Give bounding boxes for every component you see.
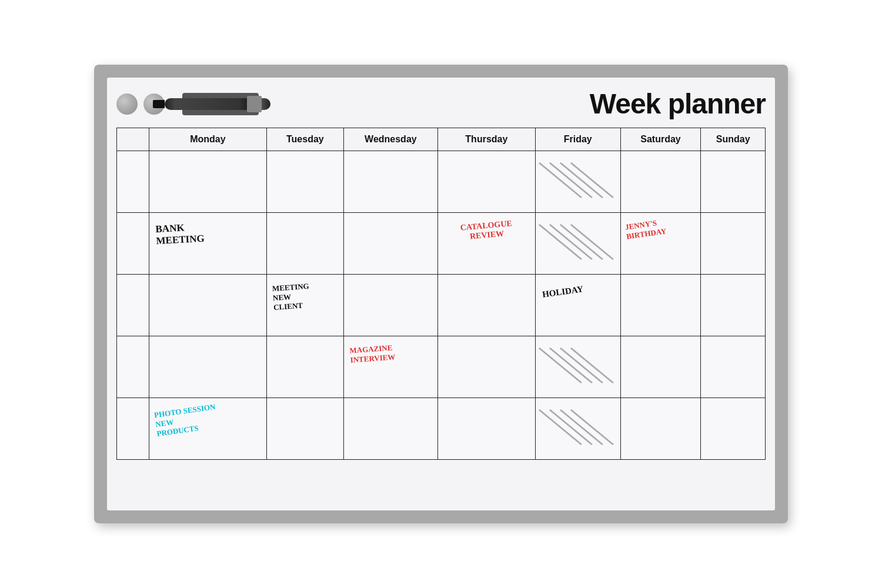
header-row: Monday Tuesday Wednesday Thursday Friday… [117, 128, 766, 151]
marker-holder: dry erase marker [182, 93, 259, 115]
table-row: BANKMEETING CATALOGUEREVIEW [117, 213, 766, 275]
marker-body [165, 98, 270, 110]
cell-r2-tue [266, 213, 343, 275]
hash-marks-r2-fri [536, 213, 620, 274]
cell-r5-mon: PHOTO SESSIONNEWPRODUCTS [149, 398, 267, 460]
corner-cell [117, 128, 149, 151]
cell-r5-sat [620, 398, 701, 460]
cell-r5-thu [437, 398, 535, 460]
table-row: MAGAZINEINTERVIEW [117, 336, 766, 398]
svg-line-2 [571, 163, 613, 198]
col-saturday: Saturday [620, 128, 701, 151]
row-label [117, 275, 149, 336]
row-label [117, 151, 149, 213]
hash-marks-r1-fri [536, 151, 620, 212]
cell-r4-thu [437, 336, 535, 398]
col-friday: Friday [535, 128, 620, 151]
hash-marks-r4-fri [536, 336, 620, 397]
cell-r3-thu [437, 275, 535, 336]
cell-r3-tue: MEETINGNEWCLIENT [266, 275, 343, 336]
cell-r2-mon: BANKMEETING [149, 213, 267, 275]
svg-line-10 [571, 348, 613, 383]
entry-meeting-new-client: MEETINGNEWCLIENT [272, 282, 310, 312]
cell-r3-fri: HOLIDAY [535, 275, 620, 336]
entry-bank-meeting: BANKMEETING [155, 221, 205, 247]
cell-r2-thu: CATALOGUEREVIEW [437, 213, 535, 275]
svg-line-9 [560, 348, 603, 383]
cell-r1-mon [149, 151, 267, 213]
cell-r4-mon [149, 336, 267, 398]
svg-line-7 [539, 225, 582, 259]
magnet-left [116, 93, 138, 115]
svg-line-15 [539, 410, 582, 445]
col-sunday: Sunday [701, 128, 766, 151]
table-row: PHOTO SESSIONNEWPRODUCTS [117, 398, 766, 460]
cell-r5-fri [535, 398, 620, 460]
cell-r2-fri [535, 213, 620, 275]
svg-line-3 [539, 163, 582, 198]
svg-line-4 [550, 225, 592, 259]
cell-r4-wed: MAGAZINEINTERVIEW [343, 336, 437, 398]
col-wednesday: Wednesday [343, 128, 437, 151]
cell-r1-thu [437, 151, 535, 213]
marker-tip [153, 100, 165, 108]
svg-line-12 [550, 410, 592, 445]
col-thursday: Thursday [437, 128, 535, 151]
cell-r4-sun [701, 336, 766, 398]
top-bar: dry erase marker Week planner [116, 85, 766, 123]
svg-line-14 [571, 410, 613, 445]
svg-line-11 [539, 348, 582, 383]
cell-r1-sun [701, 151, 766, 213]
hash-marks-r5-fri [536, 398, 620, 459]
table-row: MEETINGNEWCLIENT HOLIDAY [117, 275, 766, 336]
entry-catalogue-review: CATALOGUEREVIEW [441, 217, 532, 243]
svg-line-0 [550, 163, 592, 198]
col-monday: Monday [149, 128, 267, 151]
cell-r1-fri [535, 151, 620, 213]
svg-line-5 [560, 225, 603, 259]
whiteboard-frame: dry erase marker Week planner Monday Tue… [94, 65, 788, 523]
cell-r3-sat [620, 275, 701, 336]
row-label [117, 398, 149, 460]
whiteboard-surface: dry erase marker Week planner Monday Tue… [107, 78, 775, 510]
cell-r4-fri [535, 336, 620, 398]
table-row [117, 151, 766, 213]
cell-r4-tue [266, 336, 343, 398]
marker-area: dry erase marker [182, 93, 259, 115]
entry-magazine-interview: MAGAZINEINTERVIEW [349, 343, 396, 365]
cell-r5-tue [266, 398, 343, 460]
cell-r3-sun [701, 275, 766, 336]
cell-r2-sat: JENNY'SBIRTHDAY [620, 213, 701, 275]
row-label [117, 213, 149, 275]
entry-holiday: HOLIDAY [542, 284, 584, 300]
cell-r5-wed [343, 398, 437, 460]
marker-clip [247, 96, 262, 112]
cell-r1-tue [266, 151, 343, 213]
cell-r4-sat [620, 336, 701, 398]
cell-r2-wed [343, 213, 437, 275]
cell-r2-sun [701, 213, 766, 275]
board-title: Week planner [590, 88, 766, 120]
svg-line-13 [560, 410, 603, 445]
svg-line-1 [560, 163, 603, 198]
cell-r3-wed [343, 275, 437, 336]
entry-photo-session: PHOTO SESSIONNEWPRODUCTS [153, 402, 219, 439]
svg-line-8 [550, 348, 592, 383]
svg-line-6 [571, 225, 613, 259]
cell-r1-wed [343, 151, 437, 213]
cell-r1-sat [620, 151, 701, 213]
calendar-grid: Monday Tuesday Wednesday Thursday Friday… [116, 128, 766, 460]
cell-r5-sun [701, 398, 766, 460]
entry-jenny-birthday: JENNY'SBIRTHDAY [624, 217, 667, 241]
row-label [117, 336, 149, 398]
cell-r3-mon [149, 275, 267, 336]
col-tuesday: Tuesday [266, 128, 343, 151]
